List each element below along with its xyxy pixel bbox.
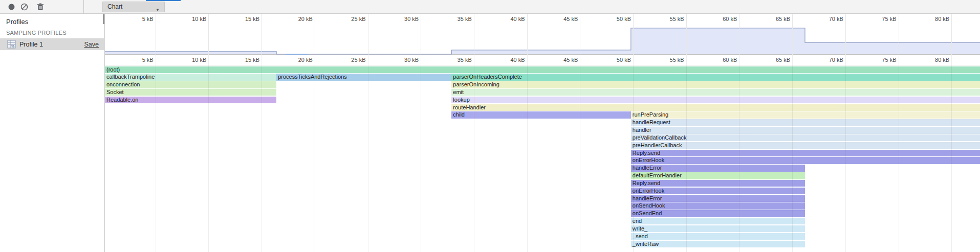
tick-label: 20 kB bbox=[284, 16, 313, 22]
tick-label: 75 kB bbox=[868, 57, 897, 63]
flame-frame[interactable]: Readable.on bbox=[105, 97, 276, 103]
gridline bbox=[792, 14, 793, 55]
gridline bbox=[845, 55, 846, 252]
tick-label: 50 kB bbox=[602, 57, 631, 63]
gridline bbox=[474, 55, 474, 252]
flame-frame[interactable]: write_ bbox=[631, 225, 805, 232]
gridline bbox=[208, 14, 209, 55]
toolbar-separator bbox=[31, 3, 31, 11]
gridline bbox=[421, 55, 421, 252]
gridline bbox=[368, 14, 368, 55]
gridline bbox=[845, 14, 846, 55]
tick-label: 60 kB bbox=[708, 16, 737, 22]
tick-label: 40 kB bbox=[496, 16, 525, 22]
flame-frame[interactable]: _writeRaw bbox=[631, 241, 805, 247]
trash-icon bbox=[37, 3, 44, 11]
tick-label: 80 kB bbox=[921, 16, 949, 22]
tick-label: 30 kB bbox=[390, 16, 419, 22]
gridline bbox=[951, 55, 952, 252]
flame-frame[interactable]: onErrorHook bbox=[631, 188, 805, 194]
overview-pane[interactable]: 5 kB10 kB15 kB20 kB25 kB30 kB35 kB40 kB4… bbox=[105, 14, 980, 55]
flame-frame[interactable]: callbackTrampoline bbox=[105, 74, 276, 80]
gridline bbox=[527, 55, 528, 252]
gridline bbox=[262, 55, 262, 252]
chart-view-select[interactable]: Chart ▼ bbox=[102, 2, 165, 12]
no-entry-icon bbox=[20, 3, 28, 11]
flame-frame[interactable]: parserOnIncoming bbox=[451, 81, 980, 88]
tick-label: 70 kB bbox=[815, 57, 843, 63]
flame-frame[interactable]: runPreParsing bbox=[631, 111, 980, 118]
gridline bbox=[156, 55, 156, 252]
flame-frame[interactable]: handleError bbox=[631, 165, 805, 171]
profiler-app: Chart ▼ Profiles SAMPLING PROFILES % Pro… bbox=[0, 0, 980, 252]
profile-list-item[interactable]: % Profile 1 Save bbox=[0, 38, 105, 50]
flame-chart[interactable]: 5 kB10 kB15 kB20 kB25 kB30 kB35 kB40 kB4… bbox=[105, 55, 980, 252]
flame-frame[interactable]: Socket bbox=[105, 89, 276, 96]
gridline bbox=[208, 55, 209, 252]
tick-label: 45 kB bbox=[549, 57, 578, 63]
flame-frame[interactable]: routeHandler bbox=[451, 104, 980, 111]
gridline bbox=[951, 14, 952, 55]
tick-label: 15 kB bbox=[231, 16, 259, 22]
flame-frame[interactable]: handleError bbox=[631, 195, 805, 202]
profile-name: Profile 1 bbox=[19, 41, 43, 48]
gridline bbox=[262, 14, 262, 55]
gridline bbox=[739, 14, 739, 55]
flame-frame[interactable]: parserOnHeadersComplete bbox=[451, 74, 980, 80]
tick-label: 15 kB bbox=[231, 57, 259, 63]
flame-frame[interactable]: onconnection bbox=[105, 81, 276, 88]
tick-label: 30 kB bbox=[390, 57, 419, 63]
flame-ruler-divider bbox=[105, 65, 980, 65]
svg-text:%: % bbox=[11, 44, 14, 48]
flame-frame[interactable]: child bbox=[451, 111, 631, 118]
chart-view-select-label: Chart bbox=[107, 3, 122, 10]
flame-frame[interactable]: emit bbox=[451, 89, 980, 96]
record-button[interactable] bbox=[7, 2, 16, 12]
delete-profile-button[interactable] bbox=[35, 2, 45, 12]
profiles-heading: Profiles bbox=[6, 18, 28, 26]
flame-frame[interactable]: Reply.send bbox=[631, 180, 805, 187]
tick-label: 40 kB bbox=[496, 57, 525, 63]
flame-frame[interactable]: handleRequest bbox=[631, 119, 980, 126]
tick-label: 25 kB bbox=[337, 57, 366, 63]
record-icon bbox=[8, 4, 15, 10]
tick-label: 10 kB bbox=[178, 57, 206, 63]
tick-label: 75 kB bbox=[868, 16, 897, 22]
tick-label: 25 kB bbox=[337, 16, 366, 22]
gridline bbox=[633, 14, 634, 55]
gridline bbox=[686, 55, 687, 252]
gridline bbox=[739, 55, 739, 252]
tick-label: 70 kB bbox=[815, 16, 843, 22]
gridline bbox=[421, 14, 421, 55]
flame-frame[interactable]: onSendEnd bbox=[631, 210, 805, 217]
scroll-grip[interactable] bbox=[103, 14, 104, 24]
flame-frame[interactable]: preHandlerCallback bbox=[631, 142, 980, 149]
flame-frame[interactable]: Reply.send bbox=[631, 150, 980, 156]
flame-frame[interactable]: handler bbox=[631, 127, 980, 133]
gridline bbox=[368, 55, 368, 252]
flame-frame[interactable]: preValidationCallback bbox=[631, 134, 980, 141]
toolbar-divider bbox=[83, 0, 84, 14]
gridline bbox=[315, 55, 315, 252]
flame-frame[interactable]: onSendHook bbox=[631, 202, 805, 209]
tick-label: 60 kB bbox=[708, 57, 737, 63]
active-tab-indicator bbox=[146, 0, 181, 1]
tick-label: 20 kB bbox=[284, 57, 313, 63]
flame-frame[interactable]: onErrorHook bbox=[631, 157, 980, 164]
gridline bbox=[315, 14, 315, 55]
sampling-profiles-section-label: SAMPLING PROFILES bbox=[6, 30, 67, 36]
flame-frame[interactable]: _send bbox=[631, 233, 805, 240]
gridline bbox=[899, 14, 899, 55]
gridline bbox=[580, 14, 580, 55]
flame-frame[interactable]: end bbox=[631, 218, 805, 224]
flame-frame[interactable]: (root) bbox=[105, 66, 980, 73]
save-link[interactable]: Save bbox=[84, 41, 99, 48]
flame-frame[interactable]: defaultErrorHandler bbox=[631, 172, 805, 179]
flame-frame[interactable]: lookup bbox=[451, 97, 980, 103]
tick-label: 45 kB bbox=[549, 16, 578, 22]
toolbar: Chart ▼ bbox=[0, 0, 980, 14]
tick-label: 55 kB bbox=[656, 57, 684, 63]
flame-frame[interactable]: processTicksAndRejections bbox=[276, 74, 451, 80]
clear-button[interactable] bbox=[19, 2, 29, 12]
tick-label: 35 kB bbox=[443, 57, 472, 63]
